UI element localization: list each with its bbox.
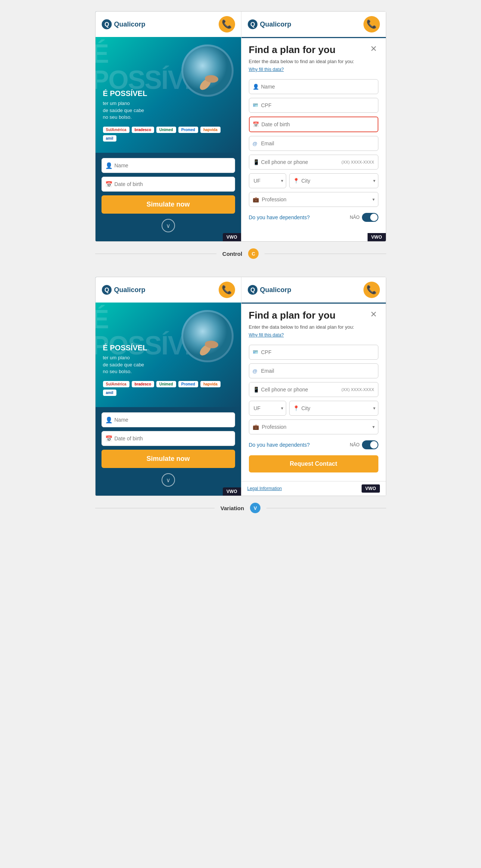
control-left-form: 👤 📅 Simulate now ∨ — [96, 153, 241, 241]
variation-divider-line-right — [266, 508, 386, 508]
vwo-badge-left-var: VWO — [223, 487, 241, 496]
variation-divider-label: Variation — [221, 505, 244, 511]
brand-amil: amil — [103, 135, 116, 142]
variation-profession-row: 💼 Profession ▾ — [249, 419, 378, 434]
var-left-name-wrapper: 👤 — [101, 412, 235, 427]
control-why-link[interactable]: Why fill this data? — [249, 67, 284, 72]
brand-unimed-var: Unimed — [156, 381, 176, 387]
email-icon-control: @ — [253, 141, 257, 146]
variation-panels-row: Q Qualicorp 📞 ÉPOSSÍVEL — [95, 277, 386, 496]
variation-toggle-switch[interactable] — [362, 440, 378, 449]
control-modal-title: Find a plan for you — [249, 44, 336, 56]
phone-icon-right: 📞 — [366, 19, 377, 29]
brand-amil-var: amil — [103, 390, 116, 396]
variation-left-panel: Q Qualicorp 📞 ÉPOSSÍVEL — [96, 277, 241, 496]
control-left-phone-btn[interactable]: 📞 — [219, 16, 235, 32]
control-divider-line-right — [265, 254, 386, 254]
variation-city-select[interactable]: City — [289, 401, 378, 416]
left-name-input[interactable] — [101, 158, 235, 173]
variation-toggle-group: NÃO — [350, 440, 378, 449]
left-name-wrapper: 👤 — [101, 158, 235, 173]
variation-uf-select[interactable]: UF — [249, 401, 286, 416]
left-dob-input[interactable] — [101, 177, 235, 192]
control-close-btn[interactable]: ✕ — [369, 44, 378, 54]
variation-phone-input[interactable] — [249, 382, 342, 397]
profession-icon: 💼 — [253, 196, 259, 202]
brand-logos: SulAmérica bradesco Unimed Promed hapvid… — [103, 127, 234, 142]
variation-email-row: @ — [249, 363, 378, 378]
var-left-name-input[interactable] — [101, 412, 235, 427]
calendar-icon-var-left: 📅 — [105, 435, 113, 442]
variation-toggle-knob — [370, 441, 378, 449]
control-right-phone-btn[interactable]: 📞 — [363, 16, 380, 32]
control-toggle-knob — [370, 214, 378, 221]
control-left-header: Q Qualicorp 📞 — [96, 12, 241, 37]
control-profession-select[interactable]: Profession — [249, 192, 378, 207]
variation-cpf-row: 🪪 — [249, 345, 378, 360]
cpf-icon-var: 🪪 — [253, 350, 258, 355]
control-divider-line-left — [95, 254, 216, 254]
scroll-indicator-var: ∨ — [101, 473, 235, 490]
control-toggle-nao: NÃO — [350, 215, 359, 220]
variation-why-link[interactable]: Why fill this data? — [249, 332, 284, 338]
person-icon: 👤 — [105, 162, 113, 169]
svg-text:Q: Q — [104, 287, 109, 293]
svg-text:Q: Q — [250, 287, 255, 293]
control-bottom-bar: VWO — [241, 228, 386, 241]
var-left-dob-input[interactable] — [101, 431, 235, 446]
control-uf-wrapper: UF ▾ — [249, 173, 286, 188]
control-city-select[interactable]: City — [289, 173, 378, 188]
control-dob-input[interactable] — [249, 117, 378, 132]
control-divider-label: Control — [222, 251, 242, 257]
variation-dependents-label: Do you have dependents? — [249, 442, 310, 448]
control-uf-select[interactable]: UF — [249, 173, 286, 188]
control-email-input[interactable] — [249, 136, 378, 151]
variation-left-phone-btn[interactable]: 📞 — [219, 282, 235, 298]
variation-right-phone-btn[interactable]: 📞 — [363, 282, 380, 298]
vwo-badge-right-var: VWO — [362, 484, 380, 493]
left-dob-wrapper: 📅 — [101, 177, 235, 192]
control-right-header: Q Qualicorp 📞 — [241, 12, 386, 38]
phone-hint-var: (XX) XXXX-XXXX — [341, 387, 378, 392]
control-cpf-input[interactable] — [249, 98, 378, 113]
legal-information-link[interactable]: Legal Information — [247, 486, 282, 491]
variation-left-logo-text: Qualicorp — [114, 286, 146, 294]
var-left-dob-wrapper: 📅 — [101, 431, 235, 446]
hero-circle-image-var — [181, 310, 234, 362]
control-right-logo: Q Qualicorp — [247, 19, 291, 30]
scroll-circle: ∨ — [162, 219, 175, 232]
control-name-row: 👤 — [249, 79, 378, 94]
control-dependents-label: Do you have dependents? — [249, 214, 310, 220]
phone-hint-control: (XX) XXXX-XXXX — [341, 160, 378, 164]
phone-field-icon: 📱 — [253, 159, 259, 165]
dob-icon-control: 📅 — [253, 121, 259, 127]
brand-promed-var: Promed — [178, 381, 198, 387]
cpf-icon-control: 🪪 — [253, 103, 258, 108]
brand-sulamerica: SulAmérica — [103, 127, 129, 133]
control-name-input[interactable] — [249, 79, 378, 94]
request-contact-button[interactable]: Request Contact — [249, 455, 378, 472]
variation-left-hero: ÉPOSSÍVEL — [96, 303, 241, 407]
control-phone-input[interactable] — [249, 155, 342, 169]
control-toggle-switch[interactable] — [362, 213, 378, 222]
variation-profession-select[interactable]: Profession — [249, 419, 378, 434]
control-divider: Control C — [95, 248, 386, 259]
variation-left-header: Q Qualicorp 📞 — [96, 277, 241, 303]
qualicorp-q-icon-var: Q — [101, 285, 112, 295]
brand-hapvida-var: hapvida — [200, 381, 221, 387]
variation-phone-row: 📱 (XX) XXXX-XXXX — [249, 382, 378, 397]
variation-toggle-nao: NÃO — [350, 442, 359, 447]
control-profession-row: 💼 Profession ▾ — [249, 192, 378, 207]
city-location-icon-var: 📍 — [293, 405, 299, 411]
chevron-down-icon: ∨ — [166, 222, 171, 229]
variation-email-input[interactable] — [249, 363, 378, 378]
control-email-row: @ — [249, 136, 378, 151]
person-icon-var: 👤 — [105, 416, 113, 424]
simulate-button-var[interactable]: Simulate now — [101, 450, 235, 468]
variation-cpf-input[interactable] — [249, 345, 378, 360]
control-city-wrapper: 📍 City ▾ — [289, 173, 378, 188]
variation-close-btn[interactable]: ✕ — [369, 310, 378, 319]
phone-icon-var-right: 📞 — [366, 285, 377, 295]
variation-left-logo: Q Qualicorp — [101, 285, 146, 295]
simulate-button[interactable]: Simulate now — [101, 195, 235, 214]
